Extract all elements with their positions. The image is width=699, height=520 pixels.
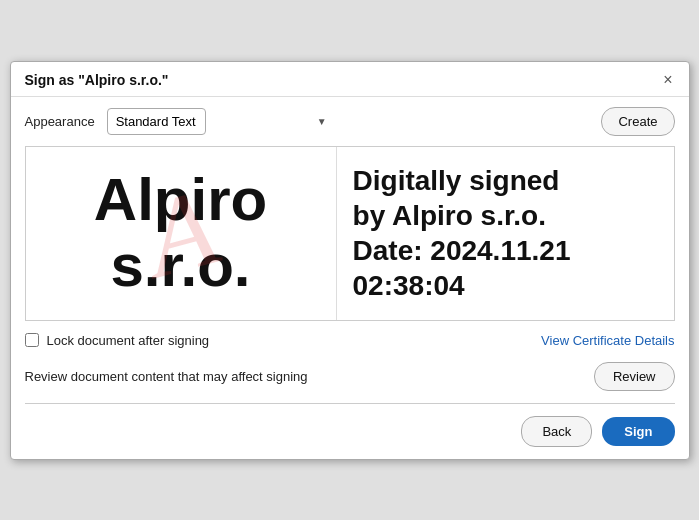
review-text: Review document content that may affect … xyxy=(25,369,308,384)
appearance-row: Appearance Standard Text Custom Create xyxy=(11,97,689,146)
signature-left-panel: A Alpiro s.r.o. xyxy=(26,147,337,320)
view-certificate-link[interactable]: View Certificate Details xyxy=(541,333,674,348)
back-button[interactable]: Back xyxy=(521,416,592,447)
appearance-select-wrapper: Standard Text Custom xyxy=(107,108,337,135)
dialog-title: Sign as "Alpiro s.r.o." xyxy=(25,72,169,88)
signature-right-panel: Digitally signedby Alpiro s.r.o.Date: 20… xyxy=(337,147,674,320)
lock-row: Lock document after signing View Certifi… xyxy=(11,321,689,352)
sign-button[interactable]: Sign xyxy=(602,417,674,446)
appearance-select[interactable]: Standard Text Custom xyxy=(107,108,206,135)
create-button[interactable]: Create xyxy=(601,107,674,136)
title-bar: Sign as "Alpiro s.r.o." × xyxy=(11,62,689,97)
signature-preview: A Alpiro s.r.o. Digitally signedby Alpir… xyxy=(25,146,675,321)
lock-label: Lock document after signing xyxy=(47,333,210,348)
review-button[interactable]: Review xyxy=(594,362,675,391)
bottom-row: Back Sign xyxy=(11,404,689,459)
sign-dialog: Sign as "Alpiro s.r.o." × Appearance Sta… xyxy=(10,61,690,460)
lock-left: Lock document after signing xyxy=(25,333,210,348)
lock-checkbox[interactable] xyxy=(25,333,39,347)
review-row: Review document content that may affect … xyxy=(11,352,689,397)
signature-info: Digitally signedby Alpiro s.r.o.Date: 20… xyxy=(353,163,571,303)
appearance-label: Appearance xyxy=(25,114,95,129)
close-button[interactable]: × xyxy=(661,72,674,88)
signature-name: Alpiro s.r.o. xyxy=(94,167,267,299)
